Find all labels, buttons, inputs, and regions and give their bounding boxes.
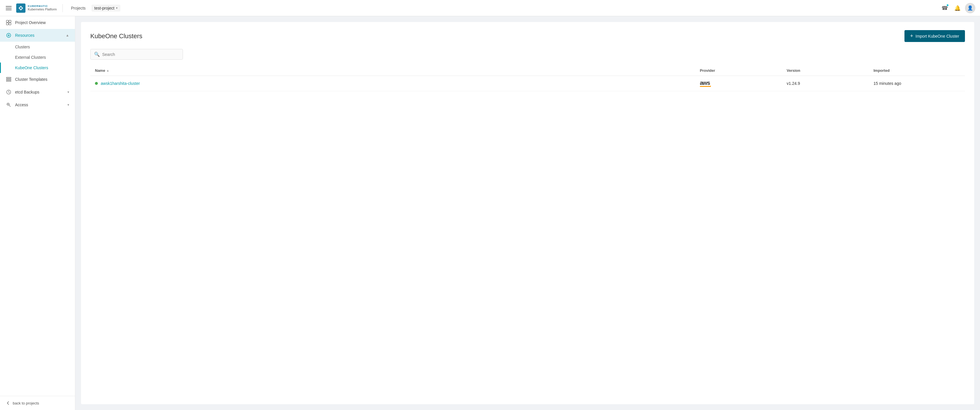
back-to-projects-label: back to projects bbox=[13, 401, 39, 405]
svg-rect-4 bbox=[9, 23, 11, 25]
svg-rect-3 bbox=[6, 23, 8, 25]
kubeone-clusters-label: KubeOne Clusters bbox=[15, 65, 48, 70]
version-cell: v1.24.9 bbox=[787, 81, 873, 86]
sidebar-item-external-clusters[interactable]: External Clusters bbox=[0, 52, 75, 62]
navbar: KUBERMATIC Kubernetes Platform Projects … bbox=[0, 0, 980, 16]
back-to-projects-button[interactable]: back to projects bbox=[0, 396, 75, 410]
etcd-backups-chevron-icon: ▾ bbox=[67, 90, 69, 94]
logo-text: KUBERMATIC Kubernetes Platform bbox=[28, 5, 57, 11]
notifications-icon-button[interactable]: 🔔 bbox=[952, 3, 963, 13]
cluster-status-healthy-icon bbox=[95, 82, 98, 85]
navbar-left: KUBERMATIC Kubernetes Platform Projects … bbox=[5, 3, 120, 13]
project-chevron-down-icon: ▾ bbox=[116, 6, 118, 10]
nav-projects-link[interactable]: Projects bbox=[68, 5, 88, 11]
svg-rect-8 bbox=[6, 80, 11, 81]
resources-icon bbox=[6, 32, 11, 38]
column-provider: Provider bbox=[700, 69, 787, 73]
notification-badge bbox=[947, 4, 949, 6]
sidebar-item-cluster-templates[interactable]: Cluster Templates bbox=[0, 73, 75, 86]
svg-rect-1 bbox=[6, 20, 8, 22]
cluster-templates-label: Cluster Templates bbox=[15, 77, 69, 81]
main-layout: Project Overview Resources ▲ Clusters Ex… bbox=[0, 16, 980, 410]
search-icon: 🔍 bbox=[94, 51, 100, 57]
sidebar: Project Overview Resources ▲ Clusters Ex… bbox=[0, 16, 75, 410]
etcd-backups-icon bbox=[6, 89, 11, 95]
logo-area: KUBERMATIC Kubernetes Platform bbox=[16, 3, 57, 13]
bell-icon: 🔔 bbox=[954, 5, 961, 11]
svg-rect-2 bbox=[9, 20, 11, 22]
avatar-icon: 👤 bbox=[967, 5, 973, 11]
imported-cell: 15 minutes ago bbox=[873, 81, 960, 86]
project-overview-icon bbox=[6, 20, 11, 26]
etcd-backups-label: etcd Backups bbox=[15, 90, 64, 94]
sort-ascending-icon[interactable]: ▲ bbox=[106, 69, 109, 72]
import-kubeone-cluster-button[interactable]: + Import KubeOne Cluster bbox=[904, 30, 965, 42]
external-clusters-label: External Clusters bbox=[15, 55, 46, 60]
access-icon bbox=[6, 102, 11, 108]
hamburger-menu-icon[interactable] bbox=[5, 5, 13, 11]
support-icon-button[interactable]: ☎ bbox=[939, 3, 950, 13]
cluster-templates-icon bbox=[6, 77, 11, 82]
column-version: Version bbox=[787, 69, 873, 73]
project-selector[interactable]: test-project ▾ bbox=[91, 5, 120, 11]
plus-icon: + bbox=[910, 33, 913, 39]
kubermatic-logo-icon bbox=[16, 3, 25, 13]
resources-chevron-icon: ▲ bbox=[66, 33, 69, 37]
page-header: KubeOne Clusters + Import KubeOne Cluste… bbox=[90, 30, 965, 42]
svg-rect-6 bbox=[6, 77, 11, 78]
sidebar-item-project-overview[interactable]: Project Overview bbox=[0, 16, 75, 29]
provider-cell: aws bbox=[700, 80, 787, 87]
table-header: Name ▲ Provider Version Imported bbox=[90, 65, 965, 76]
nav-divider bbox=[62, 4, 63, 12]
access-chevron-icon: ▾ bbox=[67, 103, 69, 107]
page-title: KubeOne Clusters bbox=[90, 32, 142, 40]
sidebar-item-resources[interactable]: Resources ▲ bbox=[0, 29, 75, 42]
cluster-name-cell: awsk1harshita-cluster bbox=[95, 81, 700, 86]
sidebar-item-kubeone-clusters[interactable]: KubeOne Clusters bbox=[0, 62, 75, 73]
sidebar-item-clusters[interactable]: Clusters bbox=[0, 42, 75, 52]
cluster-name: awsk1harshita-cluster bbox=[101, 81, 140, 86]
content-panel: KubeOne Clusters + Import KubeOne Cluste… bbox=[81, 22, 974, 404]
sidebar-item-access[interactable]: Access ▾ bbox=[0, 99, 75, 111]
current-project-label: test-project bbox=[94, 6, 115, 10]
resources-label: Resources bbox=[15, 33, 62, 38]
search-bar[interactable]: 🔍 bbox=[90, 49, 183, 60]
access-label: Access bbox=[15, 102, 64, 107]
project-overview-label: Project Overview bbox=[15, 20, 69, 25]
clusters-label: Clusters bbox=[15, 45, 30, 49]
import-button-label: Import KubeOne Cluster bbox=[915, 34, 959, 38]
search-input[interactable] bbox=[102, 52, 179, 57]
clusters-table: Name ▲ Provider Version Imported bbox=[90, 65, 965, 91]
column-name: Name ▲ bbox=[95, 69, 700, 73]
aws-logo-icon: aws bbox=[700, 80, 787, 87]
sidebar-item-etcd-backups[interactable]: etcd Backups ▾ bbox=[0, 86, 75, 99]
content-area: KubeOne Clusters + Import KubeOne Cluste… bbox=[75, 16, 980, 410]
table-row[interactable]: awsk1harshita-cluster aws v1.24.9 15 min… bbox=[90, 76, 965, 91]
svg-rect-7 bbox=[6, 79, 11, 80]
user-avatar-button[interactable]: 👤 bbox=[965, 3, 975, 13]
back-arrow-icon bbox=[6, 401, 10, 405]
navbar-right: ☎ 🔔 👤 bbox=[939, 3, 975, 13]
column-imported: Imported bbox=[873, 69, 960, 73]
